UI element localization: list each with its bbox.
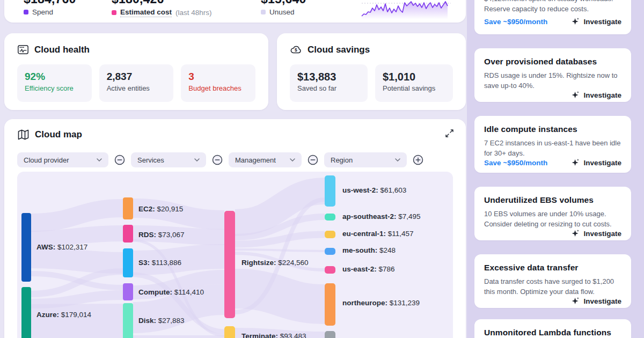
- investigate-button[interactable]: Investigate: [571, 297, 621, 305]
- sankey-label-me-south: me-south: $248: [342, 246, 396, 254]
- filter-region[interactable]: Region: [324, 152, 407, 167]
- recommendation-card-idle-compute: Idle compute instances 7 EC2 instances i…: [474, 116, 631, 173]
- minus-circle-icon: [211, 154, 223, 166]
- sankey-node-aws[interactable]: [21, 213, 31, 282]
- svg-text:$: $: [295, 47, 297, 53]
- spend-sparkline-chart: [361, 0, 452, 19]
- cloud-map-filter-bar: Cloud provider Services Management Regio…: [17, 152, 453, 167]
- recommendations-sidebar: $4,120/month spent on steady workloads. …: [467, 0, 644, 338]
- card-body: Data transfer costs have surged to $1,20…: [484, 276, 621, 297]
- filter-services[interactable]: Services: [131, 152, 206, 167]
- sankey-node-us-east-2[interactable]: [325, 266, 335, 274]
- sankey-node-azure[interactable]: [21, 287, 31, 338]
- sankey-label-azure: Azure: $179,014: [36, 311, 91, 319]
- sankey-node-s3[interactable]: [123, 248, 133, 277]
- recommendation-card-underutilized-ebs: Underutilized EBS volumes 10 EBS volumes…: [474, 187, 631, 240]
- sankey-node-rds[interactable]: [123, 225, 133, 243]
- spend-dot: [24, 10, 28, 14]
- cloud-cost-dashboard: { "topbar": { "stats": [ { "value": "$18…: [0, 0, 644, 338]
- unused-value: $15,640: [261, 0, 357, 5]
- recommendation-card-reserve-capacity: $4,120/month spent on steady workloads. …: [474, 0, 631, 34]
- sankey-node-rightsize[interactable]: [224, 211, 235, 318]
- sankey-label-northeurope: northeurope: $131,239: [342, 299, 420, 307]
- sankey-node-other[interactable]: [325, 331, 335, 338]
- chevron-down-icon: [97, 158, 102, 161]
- sankey-node-disk[interactable]: [123, 303, 133, 338]
- card-body: RDS usage is under 15%. Rightsize now to…: [484, 70, 621, 91]
- sankey-label-eu-central-1: eu-central-1: $11,457: [342, 230, 414, 238]
- filter-region-label: Region: [331, 156, 353, 164]
- estimated-cost-label[interactable]: Estimated cost: [120, 8, 172, 17]
- chevron-down-icon: [194, 158, 200, 161]
- sankey-label-rightsize: Rightsize: $224,560: [241, 259, 309, 267]
- add-filter-button[interactable]: [412, 154, 424, 166]
- expand-map-button[interactable]: [445, 129, 454, 140]
- sankey-node-eu-central-1[interactable]: [325, 231, 335, 238]
- active-entities-value: 2,837: [107, 71, 166, 83]
- sankey-label-rds: RDS: $73,067: [138, 231, 185, 239]
- saved-so-far-value: $13,883: [297, 71, 360, 83]
- spend-stat: $184,760 Spend: [24, 0, 112, 23]
- recommendation-card-excessive-data-transfer: Excessive data transfer Data transfer co…: [474, 254, 631, 308]
- unused-dot: [261, 10, 266, 14]
- budget-breaches-label: Budget breaches: [188, 84, 248, 92]
- filter-cloud-provider-label: Cloud provider: [24, 156, 69, 164]
- budget-breaches-tile: 3 Budget breaches: [181, 64, 255, 102]
- sparkle-icon: [571, 17, 580, 26]
- investigate-button[interactable]: Investigate: [571, 17, 621, 26]
- filter-services-label: Services: [137, 156, 164, 164]
- chevron-down-icon: [290, 158, 295, 161]
- estimated-cost-suffix: (last 48hrs): [175, 9, 212, 17]
- card-title: Unmonitored Lambda functions: [484, 328, 621, 337]
- sankey-node-northeurope[interactable]: [325, 283, 335, 326]
- chevron-down-icon: [395, 158, 400, 161]
- top-stats-bar: $184,760 Spend $180,426 Estimated cost (…: [4, 0, 466, 23]
- spend-value: $184,760: [24, 0, 112, 5]
- card-body: 7 EC2 instances in us-east-1 have been i…: [484, 138, 621, 158]
- cloud-map-icon: [17, 129, 30, 141]
- sparkle-icon: [571, 229, 580, 238]
- sparkle-icon: [571, 91, 580, 99]
- sankey-node-us-west-2[interactable]: [325, 175, 335, 207]
- potential-savings-value: $1,010: [383, 71, 445, 83]
- minus-circle-icon: [307, 154, 319, 166]
- card-body: 10 EBS volumes are under 10% usage. Cons…: [484, 209, 621, 229]
- investigate-button[interactable]: Investigate: [571, 229, 621, 238]
- sankey-label-us-east-2: us-east-2: $786: [342, 265, 395, 273]
- remove-services-filter-button[interactable]: [114, 154, 126, 166]
- estimated-cost-stat: $180,426 Estimated cost (last 48hrs): [112, 0, 261, 23]
- sankey-node-compute[interactable]: [123, 283, 133, 300]
- recommendation-card-unmonitored-lambda: Unmonitored Lambda functions: [474, 319, 631, 338]
- cloud-savings-title: Cloud savings: [308, 45, 370, 55]
- sankey-node-ec2[interactable]: [123, 197, 133, 219]
- cloud-health-title: Cloud health: [34, 45, 90, 55]
- card-title: Idle compute instances: [484, 124, 621, 134]
- sparkle-icon: [571, 158, 580, 167]
- investigate-button[interactable]: Investigate: [571, 158, 621, 167]
- filter-management[interactable]: Management: [229, 152, 302, 167]
- expand-icon: [445, 129, 454, 138]
- efficiency-score-label: Efficiency score: [25, 84, 84, 92]
- cloud-map-card: Cloud map Cloud provider Services Manage…: [4, 119, 466, 338]
- sankey-node-ap-southeast-2[interactable]: [325, 214, 335, 221]
- sankey-node-me-south[interactable]: [325, 248, 335, 255]
- sankey-node-terminate[interactable]: [224, 326, 235, 338]
- card-title: Excessive data transfer: [484, 263, 621, 273]
- plus-circle-icon: [412, 154, 424, 166]
- remove-region-filter-button[interactable]: [307, 154, 319, 166]
- remove-management-filter-button[interactable]: [211, 154, 223, 166]
- sankey-label-compute: Compute: $114,410: [138, 288, 204, 296]
- save-amount-link[interactable]: Save ~$950/month: [484, 159, 547, 167]
- budget-breaches-value: 3: [188, 71, 248, 83]
- estimated-cost-value: $180,426: [112, 0, 261, 5]
- save-amount-link[interactable]: Save ~$950/month: [484, 18, 547, 26]
- cloud-savings-icon: $: [290, 44, 302, 56]
- recommendation-card-overprovisioned-databases: Over provisioned databases RDS usage is …: [474, 48, 631, 102]
- filter-cloud-provider[interactable]: Cloud provider: [17, 152, 108, 167]
- saved-so-far-tile: $13,883 Saved so far: [290, 64, 368, 102]
- unused-label: Unused: [269, 8, 295, 16]
- cloud-health-icon: [17, 44, 29, 56]
- investigate-button[interactable]: Investigate: [571, 91, 621, 99]
- active-entities-tile: 2,837 Active entities: [99, 64, 174, 102]
- sparkle-icon: [571, 297, 580, 305]
